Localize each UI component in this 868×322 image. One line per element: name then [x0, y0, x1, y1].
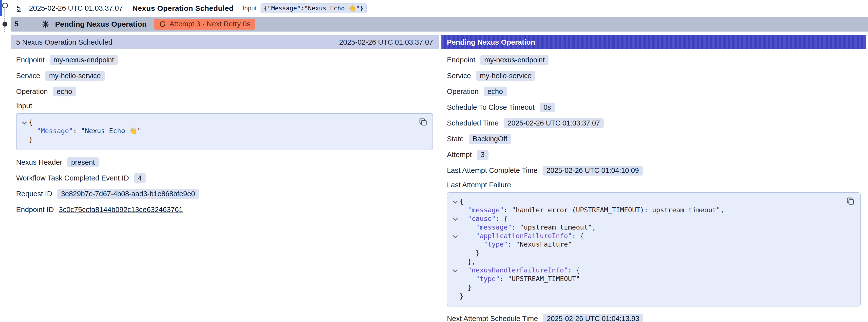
copy-icon[interactable] — [419, 118, 428, 127]
code-text: "message": "handler error (UPSTREAM_TIME… — [460, 206, 724, 215]
left-panel-body: Endpoint my-nexus-endpoint Service my-he… — [10, 49, 439, 220]
code-text: "nexusHandlerFailureInfo": { — [460, 266, 580, 275]
endpoint-id-link[interactable]: 3c0c75ccfa8144b092c13ce632463761 — [59, 205, 183, 214]
field-value-badge: BackingOff — [469, 134, 511, 144]
chevron-spacer — [451, 292, 460, 300]
code-line: }, — [451, 257, 844, 266]
code-line: "cause": { — [451, 215, 844, 223]
nexus-operation-asterisk-icon — [42, 20, 50, 28]
code-line: } — [451, 249, 844, 257]
field-label: Next Attempt Schedule Time — [447, 315, 538, 322]
timeline-node-circle-icon — [2, 3, 8, 8]
field-label: Workflow Task Completed Event ID — [16, 174, 129, 182]
field-label: State — [447, 135, 464, 143]
code-text: "Message": "Nexus Echo 👋" — [29, 127, 142, 135]
field-row-workflow-task-completed-event-id: Workflow Task Completed Event ID 4 — [16, 172, 433, 184]
field-row-attempt: Attempt 3 — [447, 149, 860, 160]
timeline-node-dot-icon — [2, 22, 7, 27]
event-row-nexus-operation-scheduled[interactable]: 5 2025-02-26 UTC 01:03:37.07 Nexus Opera… — [10, 0, 868, 17]
code-text: } — [460, 249, 479, 257]
field-row-next-attempt-schedule-time: Next Attempt Schedule Time 2025-02-26 UT… — [447, 313, 860, 322]
panel-pending-nexus-operation: Pending Nexus Operation Endpoint my-nexu… — [441, 35, 866, 322]
field-row-schedule-to-close-timeout: Schedule To Close Timeout 0s — [447, 102, 860, 113]
field-label: Endpoint ID — [16, 205, 54, 214]
code-text: "applicationFailureInfo": { — [460, 232, 584, 240]
field-label: Endpoint — [447, 56, 475, 64]
field-label: Service — [447, 72, 471, 80]
code-text: "type": "NexusFailure" — [460, 240, 572, 249]
timeline-connector — [4, 9, 5, 32]
left-panel-header: 5 Nexus Operation Scheduled 2025-02-26 U… — [10, 35, 439, 50]
attempt-retry-badge: Attempt 3 · Next Retry 0s — [154, 19, 256, 30]
field-row-operation: Operation echo — [447, 86, 860, 97]
event-timestamp: 2025-02-26 UTC 01:03:37.07 — [29, 4, 123, 12]
field-value-badge: 4 — [134, 173, 146, 183]
code-text: { — [460, 197, 464, 206]
panel-nexus-operation-scheduled: 5 Nexus Operation Scheduled 2025-02-26 U… — [10, 35, 439, 322]
field-value-badge: my-hello-service — [476, 71, 535, 80]
field-value-badge: my-nexus-endpoint — [480, 55, 549, 65]
input-json-viewer: {"Message": "Nexus Echo 👋"} — [16, 113, 433, 150]
pending-event-id-link[interactable]: 5 — [14, 20, 19, 28]
code-line: "Message": "Nexus Echo 👋" — [20, 127, 417, 135]
failure-json-viewer: {"message": "handler error (UPSTREAM_TIM… — [447, 192, 860, 307]
field-label: Nexus Header — [16, 158, 62, 166]
input-label: Input — [243, 5, 257, 12]
code-line: } — [451, 292, 844, 300]
pending-operation-title: Pending Nexus Operation — [55, 20, 147, 28]
event-id-link[interactable]: 5 — [17, 4, 21, 12]
collapse-chevron-icon[interactable] — [20, 118, 29, 127]
chevron-spacer — [451, 206, 460, 215]
pending-nexus-operation-row[interactable]: 5 Pending Nexus Operation Attempt 3 · Ne… — [10, 17, 868, 32]
field-value-badge: 0s — [539, 103, 555, 112]
collapse-chevron-icon[interactable] — [451, 266, 460, 275]
field-row-endpoint: Endpoint my-nexus-endpoint — [447, 55, 860, 66]
timeline-gutter — [0, 0, 10, 34]
chevron-spacer — [20, 127, 29, 135]
attempt-retry-text: Attempt 3 · Next Retry 0s — [169, 20, 250, 28]
chevron-spacer — [451, 249, 460, 257]
field-value-badge: 3e829b7e-7d67-4b08-aad3-b1e868bfe9e0 — [57, 189, 199, 199]
field-label: Last Attempt Complete Time — [447, 166, 537, 174]
code-line: "type": "NexusFailure" — [451, 240, 844, 249]
field-label: Schedule To Close Timeout — [447, 103, 535, 111]
collapse-chevron-icon[interactable] — [451, 215, 460, 223]
field-row-request-id: Request ID 3e829b7e-7d67-4b08-aad3-b1e86… — [16, 188, 433, 199]
code-text: { — [29, 118, 33, 127]
chevron-spacer — [451, 283, 460, 292]
code-line: "message": "upstream timeout", — [451, 223, 844, 232]
field-value-badge: echo — [484, 87, 507, 96]
field-label: Operation — [16, 88, 48, 96]
last-attempt-failure-label: Last Attempt Failure — [447, 181, 860, 189]
code-text: } — [460, 292, 464, 300]
code-text: "message": "upstream timeout", — [460, 223, 596, 232]
code-line: } — [20, 135, 417, 144]
collapse-chevron-icon[interactable] — [451, 232, 460, 240]
field-label: Request ID — [16, 190, 52, 198]
code-text: "type": "UPSTREAM_TIMEOUT" — [460, 275, 580, 283]
collapse-chevron-icon[interactable] — [451, 197, 460, 206]
left-panel-title: 5 Nexus Operation Scheduled — [16, 38, 112, 46]
field-row-scheduled-time: Scheduled Time 2025-02-26 UTC 01:03:37.0… — [447, 118, 860, 129]
right-panel-header: Pending Nexus Operation — [441, 35, 866, 50]
field-label: Scheduled Time — [447, 119, 499, 127]
field-row-endpoint: Endpoint my-nexus-endpoint — [16, 55, 433, 66]
field-value-badge: 2025-02-26 UTC 01:04:13.93 — [543, 314, 643, 322]
field-value-badge: my-nexus-endpoint — [50, 55, 118, 65]
code-line: } — [451, 283, 844, 292]
field-label: Operation — [447, 88, 478, 96]
chevron-spacer — [451, 223, 460, 232]
input-preview-chip[interactable]: {"Message":"Nexus Echo 👋"} — [260, 3, 367, 13]
copy-icon[interactable] — [846, 197, 855, 205]
code-line: "nexusHandlerFailureInfo": { — [451, 266, 844, 275]
right-panel-body: Endpoint my-nexus-endpoint Service my-he… — [441, 49, 866, 322]
field-row-nexus-header: Nexus Header present — [16, 157, 433, 168]
field-label: Endpoint — [16, 56, 44, 64]
code-text: "cause": { — [460, 215, 508, 223]
chevron-spacer — [451, 240, 460, 249]
input-section-label: Input — [16, 102, 433, 110]
event-detail-panels: 5 Nexus Operation Scheduled 2025-02-26 U… — [10, 35, 866, 322]
field-row-service: Service my-hello-service — [447, 70, 860, 82]
field-row-operation: Operation echo — [16, 86, 433, 97]
code-line: "type": "UPSTREAM_TIMEOUT" — [451, 275, 844, 283]
